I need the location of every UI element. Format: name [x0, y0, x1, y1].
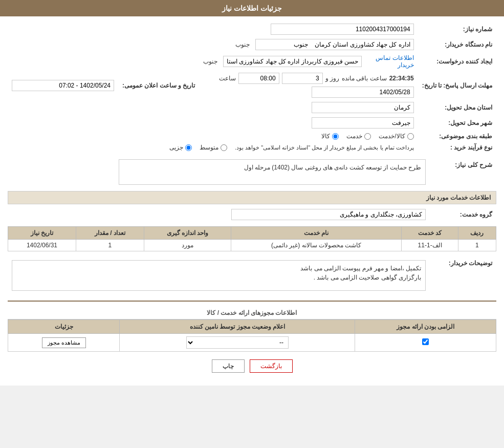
buyer-org-input[interactable]	[255, 39, 414, 50]
page-header: جزئیات اطلاعات نیاز	[0, 0, 504, 16]
city-label: شهر محل تحویل:	[418, 115, 496, 131]
col-code: کد خدمت	[402, 227, 458, 240]
process-description: پرداخت تمام یا بخشی از مبلغ خریدار از مح…	[235, 144, 414, 151]
remaining-time: 22:34:35	[389, 75, 414, 82]
col-qty: تعداد / مقدار	[76, 227, 144, 240]
province-input[interactable]	[312, 102, 414, 113]
print-button[interactable]: چاپ	[212, 359, 245, 373]
process-jozi-option[interactable]: جزیی	[169, 144, 192, 151]
deadline-days-input[interactable]	[282, 73, 323, 84]
col-name: نام خدمت	[231, 227, 401, 240]
permissions-table: الزامی بودن ارائه مجوز اعلام وضعیت مجوز …	[8, 319, 496, 352]
service-group-input[interactable]	[231, 209, 426, 220]
buyer-notes-box: تکمیل ،امضا و مهر فرم پیوست الزامی می با…	[12, 260, 426, 291]
category-kala-label: کالا	[321, 133, 330, 140]
info-table: شماره نیاز: نام دستگاه خریدار: جنوب ایجا…	[8, 22, 496, 153]
perm-table-row: -- مشاهده مجوز	[8, 334, 496, 352]
back-button[interactable]: بازگشت	[250, 359, 293, 373]
perm-status-select[interactable]: --	[186, 336, 289, 349]
need-summary-text: طرح حمایت از توسعه کشت دانه‌ی های روغنی …	[244, 164, 421, 171]
perm-status-cell: --	[120, 334, 355, 352]
view-permit-button[interactable]: مشاهده مجوز	[42, 337, 86, 348]
buyer-notes-content: تکمیل ،امضا و مهر فرم پیوست الزامی می با…	[8, 255, 430, 295]
buyer-label: نام دستگاه خریدار:	[418, 37, 496, 52]
services-section-title: اطلاعات خدمات مورد نیاز	[8, 191, 496, 204]
need-summary-value: طرح حمایت از توسعه کشت دانه‌ی های روغنی …	[8, 157, 430, 187]
process-jozi-radio[interactable]	[185, 144, 192, 151]
category-khadamat-label: خدمت	[346, 133, 362, 140]
time-label: ساعت	[219, 75, 236, 82]
main-content: شماره نیاز: نام دستگاه خریدار: جنوب ایجا…	[0, 16, 504, 386]
province-value	[199, 100, 418, 115]
deadline-date-input[interactable]	[312, 87, 414, 98]
cell-unit: مورد	[144, 240, 231, 251]
perm-required-checkbox[interactable]	[422, 338, 429, 345]
category-khadamat-option[interactable]: خدمت	[346, 133, 371, 140]
service-group-label: گروه خدمت:	[430, 207, 496, 222]
buyer-notes-line2: بارگزاری گواهی صلاحیت الزامی می باشد .	[16, 274, 421, 281]
category-kala-option[interactable]: کالا	[321, 133, 339, 140]
col-date: تاریخ نیاز	[8, 227, 76, 240]
table-row: 1 الف-1-11 کاشت محصولات سالانه (غیر دائم…	[8, 240, 496, 251]
need-number-input[interactable]	[271, 24, 414, 35]
deadline-value: 22:34:35 ساعت باقی مانده روز و ساعت	[199, 71, 418, 100]
need-number-value	[199, 22, 418, 37]
process-mottasat-label: متوسط	[200, 144, 218, 151]
category-kala-radio[interactable]	[332, 133, 339, 140]
col-unit: واحد اندازه گیری	[144, 227, 231, 240]
perm-details-cell: مشاهده مجوز	[8, 334, 120, 352]
requester-input[interactable]	[223, 56, 362, 67]
need-number-label: شماره نیاز:	[418, 22, 496, 37]
days-and: روز و	[325, 75, 339, 82]
process-value: پرداخت تمام یا بخشی از مبلغ خریدار از مح…	[8, 142, 418, 153]
cell-qty: 1	[76, 240, 144, 251]
need-summary-label: شرح کلی نیاز:	[430, 157, 496, 187]
cell-code: الف-1-11	[402, 240, 458, 251]
category-value: کالا/خدمت خدمت کالا	[199, 131, 418, 142]
category-kala-khadamat-radio[interactable]	[407, 133, 414, 140]
requester-region: جنوب	[203, 58, 217, 65]
requester-value: اطلاعات تماس خریدار جنوب	[199, 52, 418, 71]
category-kala-khadamat-label: کالا/خدمت	[379, 133, 405, 140]
buyer-notes-line1: تکمیل ،امضا و مهر فرم پیوست الزامی می با…	[16, 265, 421, 272]
bottom-buttons: بازگشت چاپ	[8, 352, 496, 380]
contact-link[interactable]: اطلاعات تماس خریدار	[365, 54, 413, 69]
process-mottasat-radio[interactable]	[221, 144, 227, 151]
cell-name: کاشت محصولات سالانه (غیر دائمی)	[231, 240, 401, 251]
cell-date: 1402/06/31	[8, 240, 76, 251]
page-container: جزئیات اطلاعات نیاز شماره نیاز: نام دستگ…	[0, 0, 504, 386]
page-title: جزئیات اطلاعات نیاز	[222, 4, 282, 12]
city-value	[199, 115, 418, 131]
permissions-section: اطلاعات مجوزهای ارائه خدمت / کالا الزامی…	[8, 307, 496, 352]
cell-row: 1	[458, 240, 496, 251]
need-summary-table: شرح کلی نیاز: طرح حمایت از توسعه کشت دان…	[8, 157, 496, 187]
province-label: استان محل تحویل:	[418, 100, 496, 115]
category-label: طبقه بندی موضوعی:	[418, 131, 496, 142]
col-row: ردیف	[458, 227, 496, 240]
deadline-time-input[interactable]	[238, 73, 279, 84]
buyer-notes-label: توضیحات خریدار:	[430, 255, 496, 295]
category-khadamat-radio[interactable]	[364, 133, 371, 140]
category-kala-khadamat-option[interactable]: کالا/خدمت	[379, 133, 413, 140]
process-mottasat-option[interactable]: متوسط	[200, 144, 227, 151]
perm-col-status: اعلام وضعیت مجوز توسط نامین کننده	[120, 320, 355, 334]
announce-label: تاریخ و ساعت اعلان عمومی:	[118, 71, 199, 100]
service-group-value	[8, 207, 430, 222]
service-group-table: گروه خدمت:	[8, 207, 496, 222]
need-summary-box: طرح حمایت از توسعه کشت دانه‌ی های روغنی …	[119, 159, 426, 185]
announce-value	[8, 71, 118, 100]
permissions-title: اطلاعات مجوزهای ارائه خدمت / کالا	[8, 307, 496, 319]
buyer-value: جنوب	[199, 37, 418, 52]
buyer-notes-table: توضیحات خریدار: تکمیل ،امضا و مهر فرم پی…	[8, 255, 496, 295]
requester-label: ایجاد کننده درخواست:	[418, 52, 496, 71]
section-divider	[8, 301, 496, 302]
perm-col-details: جزئیات	[8, 320, 120, 334]
remaining-label: ساعت باقی مانده	[342, 75, 387, 82]
process-jozi-label: جزیی	[169, 144, 183, 151]
perm-col-required: الزامی بودن ارائه مجوز	[355, 320, 496, 334]
buyer-region: جنوب	[235, 41, 250, 48]
services-data-table: ردیف کد خدمت نام خدمت واحد اندازه گیری ت…	[8, 226, 496, 251]
city-input[interactable]	[312, 117, 414, 129]
deadline-label: مهلت ارسال پاسخ: تا تاریخ:	[418, 71, 496, 100]
announce-input[interactable]	[12, 80, 114, 91]
